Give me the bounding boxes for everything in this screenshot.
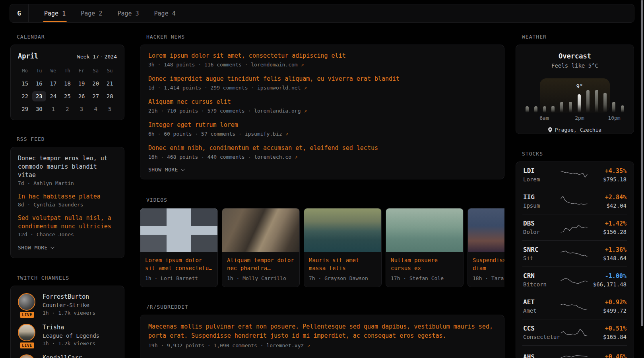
twitch-channel[interactable]: KendallCarr [18, 354, 117, 358]
calendar-year: 2024 [105, 54, 117, 60]
video-thumbnail[interactable] [140, 208, 217, 252]
tab-label: Page 2 [81, 10, 102, 17]
rss-item-link[interactable]: In hac habitasse platea [18, 193, 117, 201]
meta-text: 21h · 710 points · 579 comments · loreml… [148, 108, 301, 114]
external-link-icon[interactable]: ↗ [295, 154, 298, 160]
video-card[interactable]: Mauris sit amet massa felis 7h · Grayson… [304, 208, 382, 287]
external-link-icon[interactable]: ↗ [304, 85, 307, 91]
chevron-down-icon [50, 245, 54, 249]
stock-row: CCS Consectetur +0.51% $165.84 [522, 319, 627, 345]
calendar-week-number: Week 17 [77, 54, 99, 60]
video-thumbnail[interactable] [386, 208, 463, 252]
channel-meta: 3h · 1.2k viewers [43, 340, 99, 346]
stock-price: $66,171.48 [588, 281, 627, 288]
external-link-icon[interactable]: ↗ [307, 342, 310, 348]
calendar-day: 30 [32, 104, 47, 114]
page-scrollbar[interactable] [641, 0, 643, 326]
news-item-link[interactable]: Donec imperdiet augue tincidunt felis al… [148, 74, 496, 83]
video-meta: 1h · Molly Carrillo [227, 275, 295, 281]
video-thumbnail[interactable] [222, 208, 299, 252]
meta-text: 16h · 468 points · 440 comments · loremt… [148, 154, 291, 160]
time-label: 2pm [575, 115, 584, 121]
avatar [18, 354, 36, 358]
hackernews-show-more-button[interactable]: SHOW MORE [148, 167, 496, 173]
twitch-channel[interactable]: LIVE ForrestBurton Counter-Strike 1h · 1… [18, 293, 117, 316]
rss-item-link[interactable]: Donec tempor eros leo, ut commodo mauris… [18, 154, 117, 179]
subreddit-widget: Maecenas mollis pulvinar erat non posuer… [140, 315, 504, 358]
weekday-header: Mo [18, 68, 32, 76]
stock-name: Amet [523, 307, 560, 314]
channel-name[interactable]: ForrestBurton [43, 293, 95, 300]
channel-name[interactable]: Trisha [43, 324, 99, 331]
external-link-icon[interactable]: ↗ [304, 108, 307, 114]
video-title-link[interactable]: Mauris sit amet massa felis [309, 256, 376, 272]
stock-ticker: DBS [523, 220, 560, 227]
hackernews-section-label: HACKER NEWS [146, 34, 504, 40]
video-title-link[interactable]: Suspendisse diam [473, 256, 504, 272]
news-item: Lorem ipsum dolor sit amet, consectetur … [148, 51, 496, 68]
tab-page-3[interactable]: Page 3 [110, 4, 146, 22]
calendar-day-next-month: 3 [74, 104, 89, 114]
calendar-day: 29 [18, 104, 32, 114]
video-thumbnail[interactable] [304, 208, 381, 252]
weekday-header: We [46, 68, 60, 76]
post-title-link[interactable]: Maecenas mollis pulvinar erat non posuer… [148, 322, 496, 340]
rss-item-link[interactable]: Sed volutpat nulla nisl, a condimentum n… [18, 214, 117, 231]
stock-change: +0.51% [588, 325, 627, 332]
weekday-header: Tu [32, 68, 47, 76]
weather-bar [526, 106, 529, 113]
video-meta: 7h · Grayson Dawson [309, 275, 376, 281]
stock-price: $499.72 [588, 307, 627, 314]
rss-show-more-button[interactable]: SHOW MORE [18, 245, 117, 251]
meta-text: 3h · 148 points · 116 comments · loremdo… [148, 62, 298, 68]
weekday-header: Sa [89, 68, 103, 76]
news-item-link[interactable]: Donec enim nibh, condimentum et accumsan… [148, 144, 496, 152]
stock-ticker: SNRC [523, 246, 560, 253]
video-card[interactable]: Aliquam tempor dolor nec pharetra… 1h · … [222, 208, 300, 287]
tab-label: Page 4 [154, 10, 176, 17]
channel-avatar [18, 293, 35, 311]
video-title-link[interactable]: Lorem ipsum dolor sit amet consectetu… [145, 256, 213, 272]
twitch-channel[interactable]: LIVE Trisha League of Legends 3h · 1.2k … [18, 324, 117, 346]
calendar-day: 17 [46, 78, 60, 89]
stock-name: Lorem [523, 176, 560, 183]
video-card[interactable]: Nullam posuere cursus ex 17h · Stefan Co… [386, 208, 464, 287]
weather-bar [551, 106, 555, 113]
meta-text: 19h · 9,932 points · 1,090 comments · lo… [148, 342, 304, 348]
rss-feed-widget: Donec tempor eros leo, ut commodo mauris… [10, 147, 124, 258]
stock-price: $156.28 [588, 229, 627, 235]
video-title-link[interactable]: Nullam posuere cursus ex [391, 256, 458, 272]
news-item: Integer eget rutrum lorem 6h · 60 points… [148, 121, 496, 137]
weather-bar-current [578, 94, 581, 113]
video-thumbnail[interactable] [468, 208, 504, 252]
stock-change: +1.42% [588, 220, 627, 227]
tab-page-1[interactable]: Page 1 [37, 4, 73, 22]
stock-row: LDI Lorem +4.35% $795.18 [522, 162, 627, 188]
calendar-month: April [18, 52, 38, 60]
calendar-day-today: 23 [32, 91, 47, 101]
rss-item-meta: 8d · Cynthia Saunders [18, 202, 117, 208]
news-item-link[interactable]: Lorem ipsum dolor sit amet, consectetur … [148, 51, 496, 60]
external-link-icon[interactable]: ↗ [285, 131, 288, 137]
channel-meta: 1h · 1.7k viewers [43, 310, 95, 316]
channel-name[interactable]: KendallCarr [43, 354, 82, 358]
tab-page-4[interactable]: Page 4 [147, 4, 183, 22]
app-logo[interactable]: G [10, 4, 29, 22]
meta-text: 6h · 60 points · 57 comments · ipsumify.… [148, 131, 282, 137]
rss-item: Donec tempor eros leo, ut commodo mauris… [18, 154, 117, 186]
news-item-meta: 21h · 710 points · 579 comments · loreml… [148, 108, 496, 114]
tab-page-2[interactable]: Page 2 [73, 4, 110, 22]
location-text: Prague, Czechia [555, 127, 601, 133]
news-item: Aliquam nec cursus elit 21h · 710 points… [148, 97, 496, 114]
video-card[interactable]: Suspendisse diam 18h · Tara [467, 208, 504, 287]
channel-category: League of Legends [43, 333, 99, 339]
weather-location: Prague, Czechia [526, 127, 624, 133]
stock-row: DBS Dolor +1.42% $156.28 [522, 214, 627, 240]
news-item-link[interactable]: Aliquam nec cursus elit [148, 97, 496, 106]
stock-ticker: CCS [523, 325, 560, 332]
video-title-link[interactable]: Aliquam tempor dolor nec pharetra… [227, 256, 295, 272]
stock-sparkline [560, 326, 588, 339]
video-card[interactable]: Lorem ipsum dolor sit amet consectetu… 1… [140, 208, 218, 287]
external-link-icon[interactable]: ↗ [301, 62, 304, 68]
news-item-link[interactable]: Integer eget rutrum lorem [148, 121, 496, 129]
